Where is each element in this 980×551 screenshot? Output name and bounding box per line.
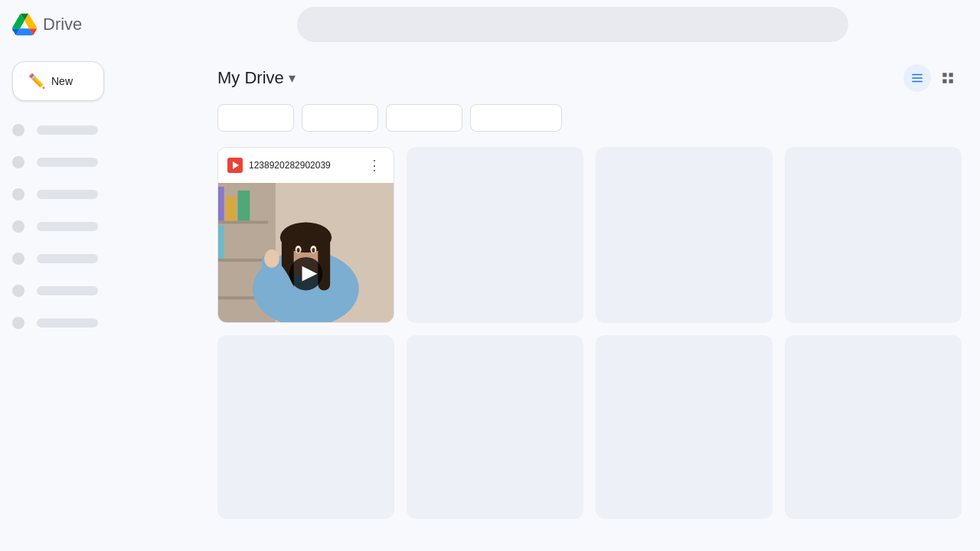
sidebar-label-6 (37, 286, 98, 295)
logo-area: Drive (12, 12, 165, 37)
sidebar-dot-6 (12, 285, 24, 297)
sidebar-item-3[interactable] (0, 179, 199, 210)
file-name-1: 1238920282902039 (249, 160, 331, 171)
sidebar-dot-4 (12, 220, 24, 233)
file-card-6[interactable] (407, 335, 583, 519)
page-header: My Drive ▾ (217, 49, 962, 104)
file-card-7[interactable] (596, 335, 773, 519)
svg-point-27 (312, 248, 315, 253)
filter-chip-2[interactable] (302, 104, 378, 132)
chevron-down-icon[interactable]: ▾ (289, 70, 296, 86)
file-thumbnail-1 (218, 183, 394, 323)
files-grid-row1: 1238920282902039 ⋮ (217, 147, 962, 323)
page-title-area: My Drive ▾ (217, 68, 296, 88)
drive-logo-icon (12, 12, 37, 37)
file-card-3[interactable] (596, 147, 773, 323)
filter-chip-4[interactable] (470, 104, 562, 132)
sidebar-dot-3 (12, 188, 24, 201)
page-title: My Drive (217, 68, 284, 88)
filter-chip-1[interactable] (217, 104, 294, 132)
sidebar-label-7 (37, 318, 98, 328)
sidebar-dot-2 (12, 156, 24, 168)
grid-view-icon (941, 71, 955, 85)
app-name: Drive (43, 15, 82, 34)
sidebar-dot-1 (12, 124, 24, 136)
sidebar-label-1 (37, 126, 98, 135)
svg-point-29 (264, 249, 279, 268)
sidebar: ✏️ New (0, 49, 199, 551)
more-options-button-1[interactable]: ⋮ (364, 155, 384, 175)
thumbnail-image-1 (218, 183, 394, 323)
file-card-1[interactable]: 1238920282902039 ⋮ (217, 147, 394, 323)
view-toggle (903, 64, 962, 92)
main-layout: ✏️ New (0, 49, 980, 551)
svg-rect-11 (226, 197, 237, 221)
topbar: Drive (0, 0, 980, 49)
svg-rect-10 (218, 187, 224, 221)
list-view-button[interactable] (903, 64, 931, 92)
sidebar-dot-5 (12, 253, 24, 265)
filter-chip-3[interactable] (386, 104, 462, 132)
files-grid-row2 (217, 335, 962, 519)
sidebar-label-5 (37, 254, 98, 263)
new-button[interactable]: ✏️ New (12, 61, 104, 101)
file-card-2[interactable] (407, 147, 583, 323)
filter-chips (217, 104, 962, 132)
svg-point-26 (297, 248, 300, 253)
svg-rect-17 (218, 225, 224, 259)
new-button-label: New (51, 75, 73, 87)
file-card-8[interactable] (785, 335, 962, 519)
content-area: My Drive ▾ (199, 49, 980, 551)
file-card-5[interactable] (217, 335, 394, 519)
svg-rect-12 (237, 191, 250, 221)
sidebar-item-6[interactable] (0, 276, 199, 306)
sidebar-item-2[interactable] (0, 147, 199, 178)
file-card-header-1: 1238920282902039 ⋮ (218, 148, 394, 183)
sidebar-item-7[interactable] (0, 308, 199, 338)
search-bar[interactable] (297, 7, 848, 42)
sidebar-dot-7 (12, 317, 24, 329)
sidebar-label-3 (37, 190, 98, 199)
file-card-4[interactable] (785, 147, 962, 323)
grid-view-button[interactable] (934, 64, 962, 92)
svg-rect-3 (218, 220, 268, 223)
file-title-1: 1238920282902039 (227, 158, 331, 173)
sidebar-item-1[interactable] (0, 115, 199, 145)
sidebar-label-4 (37, 222, 98, 231)
svg-rect-4 (218, 259, 268, 262)
list-view-icon (910, 71, 924, 85)
sidebar-item-5[interactable] (0, 243, 199, 274)
video-icon (227, 158, 243, 173)
sidebar-item-4[interactable] (0, 211, 199, 242)
pencil-icon: ✏️ (28, 73, 45, 90)
sidebar-label-2 (37, 158, 98, 167)
